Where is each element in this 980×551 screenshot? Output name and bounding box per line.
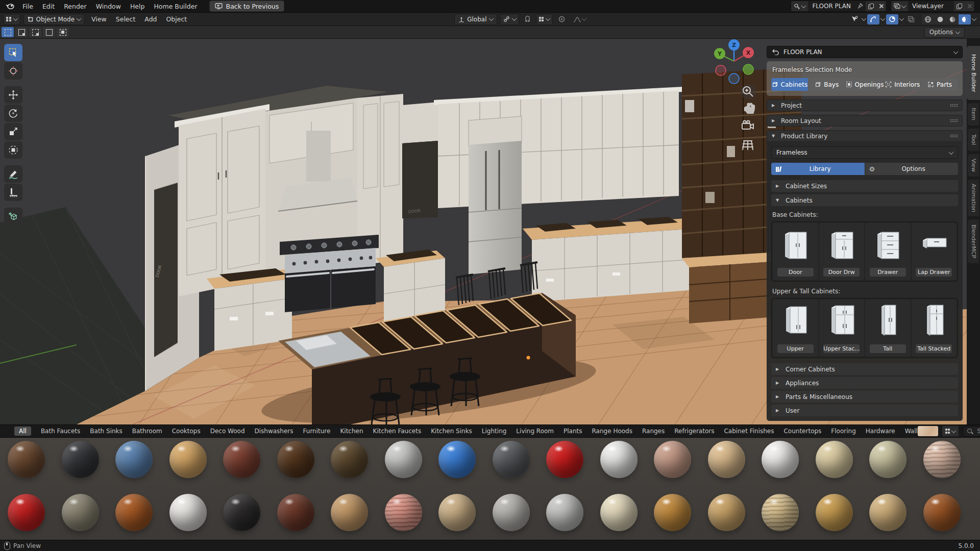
- viewport-menu-item[interactable]: Add: [140, 15, 161, 23]
- select-mode-invert-button[interactable]: [43, 27, 55, 37]
- rotate-tool-button[interactable]: [4, 105, 22, 122]
- snap-settings-selector[interactable]: [536, 14, 553, 25]
- sidebar-tab-home-builder[interactable]: Home Builder: [967, 46, 980, 100]
- back-to-previous-button[interactable]: Back to Previous: [209, 1, 285, 12]
- menu-item[interactable]: File: [18, 3, 38, 10]
- mode-selector[interactable]: Object Mode: [23, 14, 85, 25]
- material-sphere[interactable]: [385, 441, 422, 478]
- sidebar-tab-item[interactable]: Item: [968, 103, 979, 126]
- material-sphere[interactable]: [169, 441, 207, 478]
- tab-parts[interactable]: Parts: [921, 78, 958, 91]
- section-project[interactable]: ▶Project: [767, 99, 963, 111]
- panel-header[interactable]: FLOOR PLAN: [767, 46, 963, 58]
- scene-unlink-button[interactable]: [876, 1, 886, 11]
- tab-cabinets[interactable]: Cabinets: [771, 78, 808, 91]
- subsection-cabinets[interactable]: ▼Cabinets: [771, 194, 958, 206]
- viewlayer-name[interactable]: ViewLayer: [908, 1, 954, 11]
- transform-tool-button[interactable]: [4, 141, 22, 159]
- asset-category[interactable]: Plants: [564, 428, 582, 435]
- select-mode-intersect-button[interactable]: [57, 27, 69, 37]
- select-mode-extend-button[interactable]: [15, 27, 28, 37]
- drag-grip-icon[interactable]: [950, 104, 958, 107]
- tab-interiors[interactable]: Interiors: [884, 78, 921, 91]
- asset-search[interactable]: [963, 426, 980, 437]
- material-sphere[interactable]: [223, 441, 260, 478]
- tab-library[interactable]: Library: [771, 163, 865, 175]
- blender-logo-icon[interactable]: [5, 2, 15, 10]
- subsection-cabinet-sizes[interactable]: ▶Cabinet Sizes: [771, 180, 958, 192]
- asset-category[interactable]: All: [14, 427, 31, 436]
- tab-options[interactable]: ⚙ Options: [865, 163, 959, 175]
- asset-card-door-drawer[interactable]: Door Drw: [819, 223, 865, 280]
- add-cube-tool-button[interactable]: [4, 208, 22, 225]
- solid-shading-button[interactable]: [934, 14, 946, 24]
- asset-category[interactable]: Hardware: [866, 428, 895, 435]
- proportional-falloff-selector[interactable]: [571, 14, 589, 25]
- material-sphere[interactable]: [277, 494, 314, 531]
- viewlayer-remove-button[interactable]: [964, 1, 974, 11]
- asset-card-tall-stacked[interactable]: Tall Stacked: [912, 299, 957, 357]
- wireframe-shading-button[interactable]: [922, 14, 934, 24]
- asset-card-door[interactable]: Door: [773, 223, 818, 280]
- asset-card-upper-stacked[interactable]: Upper Stac...: [819, 299, 865, 357]
- search-input[interactable]: [976, 427, 980, 435]
- sidebar-tab-view[interactable]: View: [968, 154, 979, 177]
- material-sphere[interactable]: [493, 441, 530, 478]
- menu-item[interactable]: Home Builder: [149, 3, 202, 10]
- viewport-menu-item[interactable]: Object: [162, 15, 192, 23]
- collapsed-section-row[interactable]: ▶Parts & Miscellaneous: [771, 391, 958, 403]
- asset-card-upper[interactable]: Upper: [773, 299, 818, 357]
- material-sphere[interactable]: [8, 441, 45, 478]
- material-sphere[interactable]: [331, 441, 368, 478]
- material-sphere[interactable]: [385, 494, 422, 531]
- overlays-toggle[interactable]: [886, 14, 898, 24]
- material-sphere[interactable]: [546, 441, 583, 478]
- menu-item[interactable]: Edit: [38, 3, 59, 10]
- section-room-layout[interactable]: ▶Room Layout: [767, 115, 963, 127]
- asset-category[interactable]: Ranges: [642, 428, 665, 435]
- material-sphere[interactable]: [115, 441, 153, 478]
- menu-item[interactable]: Help: [126, 3, 150, 10]
- material-sphere[interactable]: [654, 494, 691, 531]
- drag-grip-icon[interactable]: [950, 134, 958, 138]
- show-gizmo-button[interactable]: [848, 14, 861, 24]
- material-sphere[interactable]: [816, 441, 853, 478]
- material-sphere[interactable]: [438, 494, 476, 531]
- material-sphere[interactable]: [546, 494, 583, 531]
- material-sphere[interactable]: [869, 494, 906, 531]
- drag-grip-icon[interactable]: [950, 119, 958, 122]
- tab-bays[interactable]: Bays: [808, 78, 845, 91]
- gizmos-toggle[interactable]: [867, 14, 879, 24]
- zoom-icon[interactable]: [741, 84, 756, 99]
- material-sphere[interactable]: [923, 441, 961, 478]
- asset-category[interactable]: Refrigerators: [674, 428, 714, 435]
- menu-item[interactable]: Window: [91, 3, 126, 10]
- rendered-shading-button[interactable]: [959, 14, 971, 24]
- viewport-menu-item[interactable]: View: [87, 15, 111, 23]
- asset-category[interactable]: Bath Faucets: [41, 428, 80, 435]
- menu-item[interactable]: Render: [59, 3, 91, 10]
- viewport-menu-item[interactable]: Select: [111, 15, 140, 23]
- asset-category[interactable]: Bath Sinks: [90, 428, 122, 435]
- library-type-dropdown[interactable]: Frameless: [771, 146, 958, 159]
- 3d-viewport[interactable]: DOOR DOOR Z Y X: [0, 39, 980, 424]
- asset-category[interactable]: Deco Wood: [210, 428, 245, 435]
- material-sphere[interactable]: [115, 494, 153, 531]
- asset-category[interactable]: Dishwashers: [255, 428, 293, 435]
- asset-category[interactable]: Flooring: [831, 428, 855, 435]
- move-tool-button[interactable]: [4, 86, 22, 104]
- material-sphere[interactable]: [62, 494, 99, 531]
- asset-card-drawer[interactable]: Drawer: [865, 223, 911, 280]
- transform-orientation-selector[interactable]: Global: [454, 14, 497, 25]
- sidebar-tab-animation[interactable]: Animation: [968, 180, 979, 216]
- asset-category[interactable]: Living Room: [516, 428, 554, 435]
- collapsed-section-row[interactable]: ▶Appliances: [771, 377, 958, 389]
- material-sphere[interactable]: [277, 441, 314, 478]
- scene-name[interactable]: FLOOR PLAN: [808, 1, 855, 11]
- material-sphere[interactable]: [169, 494, 207, 531]
- material-sphere[interactable]: [762, 494, 799, 531]
- proportional-edit-toggle[interactable]: [556, 14, 568, 25]
- material-sphere[interactable]: [600, 441, 638, 478]
- sidebar-tab-tool[interactable]: Tool: [968, 129, 979, 151]
- material-sphere[interactable]: [923, 494, 961, 531]
